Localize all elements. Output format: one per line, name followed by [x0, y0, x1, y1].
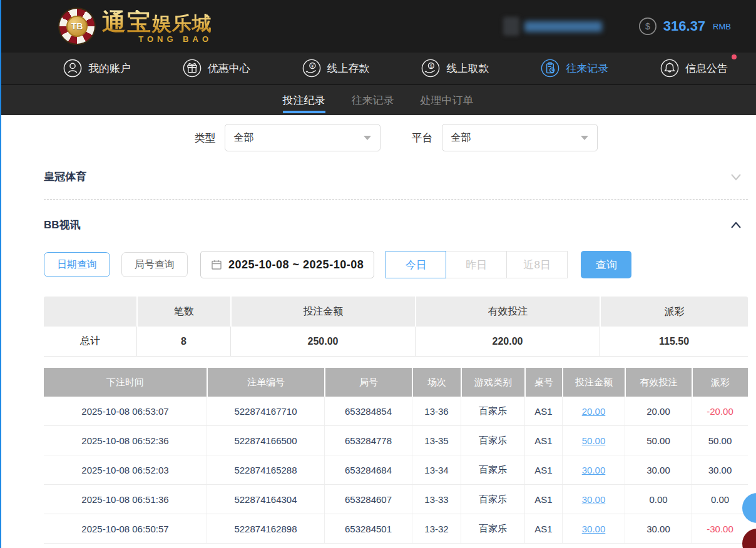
bet-amount-link[interactable]: 30.00	[582, 494, 606, 505]
cell-session: 13-35	[412, 426, 461, 455]
poker-chip-icon: TB	[59, 9, 94, 44]
cell-round-no: 653284854	[324, 397, 412, 425]
svg-text:$: $	[645, 21, 650, 31]
deposit-icon: ¥	[302, 58, 322, 78]
cell-game-type: 百家乐	[461, 514, 524, 543]
cell-time: 2025-10-08 06:51:36	[44, 485, 207, 514]
chevron-up-icon	[729, 218, 743, 232]
date-range-value: 2025-10-08 ~ 2025-10-08	[228, 258, 364, 271]
cell-payout: -30.00	[692, 514, 748, 543]
cell-game-type: 百家乐	[461, 455, 524, 484]
withdraw-icon: $	[421, 58, 441, 78]
cell-order-no: 522874164304	[207, 485, 324, 514]
logo-title-main: 通宝	[102, 9, 152, 35]
search-button[interactable]: 查询	[581, 251, 631, 278]
summary-total-label: 总计	[44, 327, 136, 356]
bet-amount-link[interactable]: 20.00	[582, 406, 606, 417]
nav-label: 线上取款	[446, 61, 489, 76]
chevron-down-icon	[364, 136, 371, 140]
cell-game-type: 百家乐	[461, 397, 524, 425]
summary-header-row: 笔数 投注金额 有效投注 派彩	[44, 297, 748, 327]
section-bb-video[interactable]: BB视讯	[44, 200, 748, 241]
bet-records-table: 下注时间 注单编号 局号 场次 游戏类别 桌号 投注金额 有效投注 派彩 202…	[44, 368, 748, 544]
yesterday-button[interactable]: 昨日	[446, 251, 507, 278]
svg-text:$: $	[430, 64, 432, 69]
balance-display[interactable]: $ 316.37 RMB	[638, 17, 731, 36]
site-logo[interactable]: TB 通宝娱乐城 TONG BAO	[59, 9, 212, 44]
cell-valid-bet: 20.00	[625, 397, 692, 425]
bet-amount-link[interactable]: 30.00	[582, 465, 606, 475]
user-icon	[63, 58, 83, 78]
tab-pending-orders[interactable]: 处理中订单	[421, 85, 474, 115]
quick-date-group: 今日 昨日 近8日	[386, 251, 568, 278]
date-query-button[interactable]: 日期查询	[44, 252, 110, 277]
cell-round-no: 653284778	[324, 426, 412, 455]
nav-transaction-records[interactable]: 往来记录	[540, 58, 608, 78]
summary-valid-bet-value: 220.00	[415, 327, 600, 356]
nav-label: 我的账户	[88, 61, 131, 76]
cell-time: 2025-10-08 06:52:03	[44, 455, 207, 484]
cell-session: 13-32	[412, 514, 461, 543]
cell-payout: 30.00	[692, 455, 748, 484]
cell-valid-bet: 30.00	[625, 455, 692, 484]
nav-my-account[interactable]: 我的账户	[63, 58, 131, 78]
today-button[interactable]: 今日	[386, 251, 446, 278]
cell-valid-bet: 50.00	[625, 426, 692, 455]
section-crown-sports[interactable]: 皇冠体育	[44, 151, 748, 200]
cell-table-no: AS1	[524, 514, 562, 543]
crown-sports-title: 皇冠体育	[44, 170, 86, 184]
round-query-button[interactable]: 局号查询	[121, 252, 188, 277]
cell-round-no: 653284684	[324, 455, 412, 484]
summary-payout-value: 115.50	[600, 327, 748, 356]
cell-table-no: AS1	[524, 455, 562, 484]
col-header-valid-bet: 有效投注	[625, 368, 692, 397]
cell-payout: -20.00	[692, 397, 748, 425]
chevron-down-icon	[729, 170, 743, 184]
nav-promotions[interactable]: 优惠中心	[182, 58, 250, 78]
tab-bet-records[interactable]: 投注纪录	[283, 85, 325, 115]
summary-header-bet-amount: 投注金额	[230, 297, 415, 327]
summary-count-value: 8	[136, 327, 230, 356]
username-area[interactable]	[503, 17, 602, 36]
platform-filter-label: 平台	[412, 131, 433, 145]
chevron-down-icon	[581, 136, 588, 140]
col-header-bet-amount: 投注金额	[562, 368, 625, 397]
balance-currency: RMB	[713, 22, 731, 31]
cell-session: 13-34	[412, 455, 461, 484]
bet-amount-link[interactable]: 30.00	[582, 524, 606, 534]
col-header-payout: 派彩	[692, 368, 748, 397]
calendar-icon	[211, 259, 222, 270]
summary-header-valid-bet: 有效投注	[415, 297, 600, 327]
type-filter-label: 类型	[195, 131, 216, 145]
cell-order-no: 522874162898	[207, 514, 324, 543]
nav-label: 往来记录	[566, 61, 608, 76]
nav-announcements[interactable]: 信息公告	[660, 58, 728, 78]
platform-filter-select[interactable]: 全部	[442, 124, 598, 151]
main-nav: 我的账户 优惠中心 ¥ 线上存款 $ 线上取款 往来记录	[0, 53, 756, 85]
summary-header-payout: 派彩	[600, 297, 748, 327]
cell-valid-bet: 0.00	[625, 485, 692, 514]
cell-table-no: AS1	[524, 485, 562, 514]
dollar-coin-icon: $	[638, 17, 657, 36]
cell-order-no: 522874166500	[207, 426, 324, 455]
date-range-picker[interactable]: 2025-10-08 ~ 2025-10-08	[200, 251, 374, 278]
nav-online-deposit[interactable]: ¥ 线上存款	[302, 58, 370, 78]
cell-order-no: 522874167710	[207, 397, 324, 425]
avatar	[503, 17, 519, 36]
cell-round-no: 653284607	[324, 485, 412, 514]
col-header-session: 场次	[412, 368, 461, 397]
username-blurred	[524, 21, 602, 32]
nav-label: 线上存款	[327, 61, 370, 76]
cell-order-no: 522874165288	[207, 455, 324, 484]
nav-online-withdrawal[interactable]: $ 线上取款	[421, 58, 489, 78]
cell-time: 2025-10-08 06:52:36	[44, 426, 207, 455]
logo-title-en: TONG BAO	[102, 35, 212, 43]
table-row: 2025-10-08 06:52:03 522874165288 6532846…	[44, 455, 748, 485]
tab-transaction-records[interactable]: 往来记录	[352, 85, 394, 115]
summary-header-count: 笔数	[136, 297, 230, 327]
bb-video-title: BB视讯	[44, 218, 81, 232]
cell-table-no: AS1	[524, 397, 562, 425]
type-filter-select[interactable]: 全部	[225, 124, 381, 151]
bet-amount-link[interactable]: 50.00	[582, 435, 606, 446]
last-8-days-button[interactable]: 近8日	[507, 251, 568, 278]
